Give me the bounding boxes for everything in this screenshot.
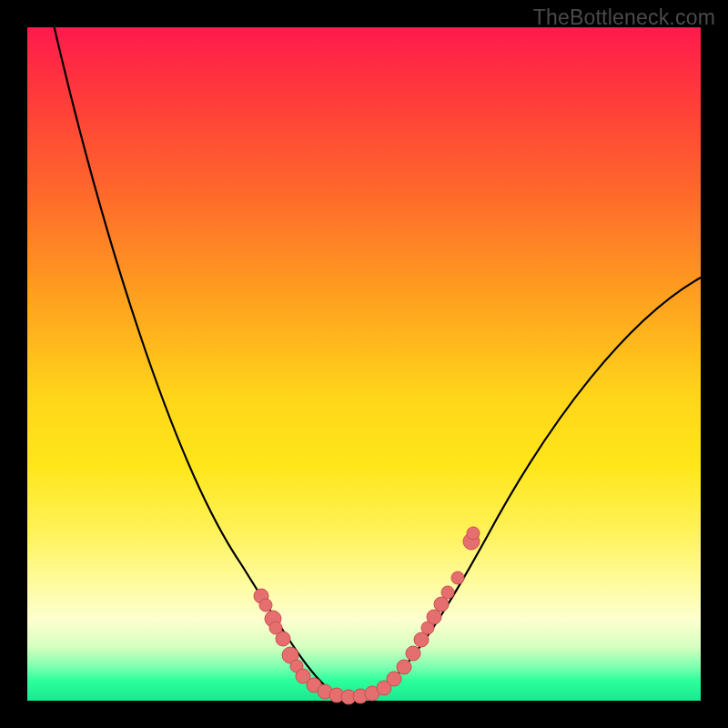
marker-point xyxy=(451,571,464,584)
marker-point xyxy=(441,586,454,599)
bottleneck-curve xyxy=(50,9,701,697)
marker-point xyxy=(414,632,429,647)
marker-point xyxy=(259,599,272,612)
marker-point xyxy=(467,527,480,540)
chart-svg xyxy=(27,27,701,701)
marker-point xyxy=(427,610,441,624)
marker-point xyxy=(434,597,449,612)
marker-point xyxy=(276,632,290,646)
watermark-text: TheBottleneck.com xyxy=(533,5,715,30)
marker-point xyxy=(406,646,420,661)
marker-layer xyxy=(254,527,480,704)
marker-point xyxy=(387,672,401,686)
marker-point xyxy=(397,660,411,674)
plot-area xyxy=(27,27,701,701)
